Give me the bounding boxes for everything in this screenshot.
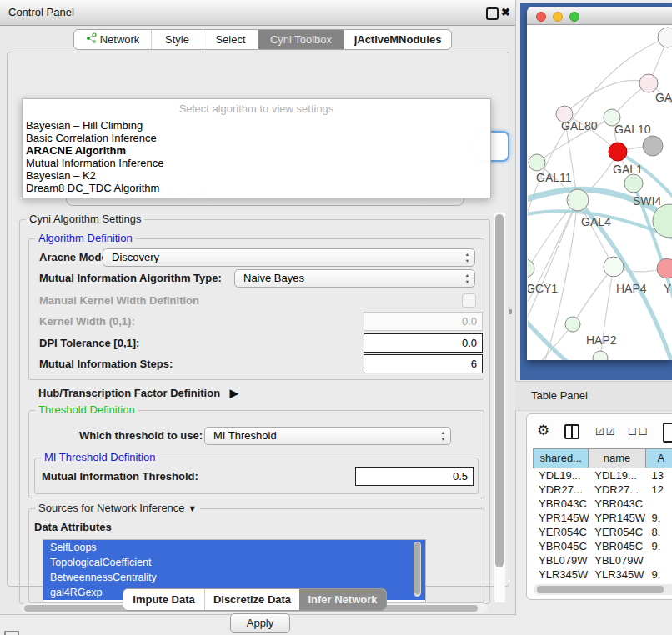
tab-select[interactable]: Select bbox=[203, 30, 258, 49]
tab-label: Style bbox=[165, 30, 189, 49]
table-row[interactable]: YLR345WYLR345W9. bbox=[533, 568, 672, 582]
apply-button[interactable]: Apply bbox=[230, 613, 290, 633]
network-edge[interactable] bbox=[564, 80, 649, 114]
app-root: Control Panel ✖ NetworkStyleSelectCyni T… bbox=[0, 0, 672, 635]
algorithm-option[interactable]: Mutual Information Inference bbox=[25, 157, 488, 169]
network-node[interactable] bbox=[658, 28, 672, 48]
manual-kernel-label: Manual Kernel Width Definition bbox=[39, 294, 199, 307]
attribute-item[interactable]: BetweennessCentrality bbox=[43, 570, 425, 585]
mi-threshold-value: 0.5 bbox=[453, 470, 468, 482]
sources-title-text: Sources for Network Inference bbox=[38, 502, 185, 514]
vertical-scrollbar[interactable] bbox=[494, 212, 505, 602]
expand-right-icon[interactable]: ▶ bbox=[230, 387, 238, 399]
algorithm-option[interactable]: Bayesian – K2 bbox=[25, 169, 488, 182]
mi-threshold-field[interactable]: 0.5 bbox=[355, 467, 474, 486]
table-horizontal-scrollbar[interactable] bbox=[534, 584, 672, 595]
attribute-item[interactable]: TopologicalCoefficient bbox=[43, 555, 425, 570]
table-row[interactable]: YDL19...YDL19...13 bbox=[533, 468, 672, 482]
mi-algorithm-type-combo[interactable]: Naive Bayes ▴▾ bbox=[234, 269, 475, 288]
network-graph: GALGAL80GAL10GAL1GAL11SWI4GAL4GCY1HAP4YH… bbox=[528, 25, 672, 360]
top-tabs: NetworkStyleSelectCyni ToolboxjActiveMNo… bbox=[73, 29, 452, 50]
close-traffic-light-icon[interactable] bbox=[536, 12, 546, 22]
network-edge[interactable] bbox=[573, 267, 614, 324]
network-node[interactable] bbox=[609, 142, 627, 161]
network-node[interactable] bbox=[604, 257, 624, 277]
network-node-label: GAL10 bbox=[614, 122, 651, 136]
table-row[interactable]: YER054CYER054C8. bbox=[533, 525, 672, 539]
table-cell bbox=[645, 553, 672, 568]
column-header[interactable]: name bbox=[589, 448, 645, 468]
table-row[interactable]: YPR145WYPR145W9. bbox=[533, 511, 672, 525]
hub-section-label[interactable]: Hub/Transcription Factor Definition ▶ bbox=[38, 387, 238, 399]
algorithm-option[interactable]: ARACNE Algorithm bbox=[25, 144, 488, 157]
minimize-traffic-light-icon[interactable] bbox=[553, 12, 563, 22]
cyni-algorithm-settings-title: Cyni Algorithm Settings bbox=[26, 212, 144, 225]
tab-style[interactable]: Style bbox=[151, 30, 203, 49]
gear-icon[interactable]: ⚙ bbox=[537, 422, 549, 439]
deselect-all-checkbox-icon[interactable]: ☐☐ bbox=[628, 426, 649, 438]
split-columns-icon[interactable] bbox=[564, 424, 579, 439]
manual-kernel-checkbox[interactable] bbox=[462, 293, 476, 308]
tab-cyni-toolbox[interactable]: Cyni Toolbox bbox=[258, 30, 344, 49]
apply-button-label: Apply bbox=[247, 617, 274, 629]
which-threshold-value: MI Threshold bbox=[213, 428, 277, 444]
panel-splitter-handle[interactable] bbox=[509, 309, 512, 314]
network-node[interactable] bbox=[565, 317, 580, 332]
which-threshold-combo[interactable]: MI Threshold ▴▾ bbox=[204, 427, 451, 445]
network-node-label: GAL1 bbox=[613, 162, 643, 176]
network-edge[interactable] bbox=[528, 200, 578, 325]
network-node[interactable] bbox=[643, 136, 663, 156]
collapse-down-icon[interactable]: ▼ bbox=[188, 503, 197, 513]
table-cell: 12 bbox=[645, 482, 672, 497]
kernel-width-field[interactable]: 0.0 bbox=[364, 312, 483, 331]
column-header[interactable]: shared... bbox=[533, 448, 589, 468]
algorithm-option[interactable]: Basic Correlation Inference bbox=[25, 132, 488, 144]
bottom-tabs: Impute DataDiscretize DataInfer Network bbox=[123, 588, 387, 611]
aracne-mode-combo[interactable]: Discovery ▴▾ bbox=[103, 248, 475, 267]
network-node[interactable] bbox=[528, 259, 534, 278]
table-cell: YDL19... bbox=[533, 468, 589, 482]
network-node[interactable] bbox=[593, 351, 608, 360]
attribute-item[interactable]: SelfLoops bbox=[43, 540, 425, 555]
table-row[interactable]: YBR043CYBR043C bbox=[533, 497, 672, 511]
window-float-icon[interactable] bbox=[486, 8, 499, 20]
control-panel-titlebar: Control Panel ✖ bbox=[0, 0, 515, 26]
select-all-checkbox-icon[interactable]: ☑☑ bbox=[595, 426, 617, 438]
zoom-traffic-light-icon[interactable] bbox=[569, 12, 579, 22]
network-node-label: GCY1 bbox=[528, 282, 558, 295]
network-node[interactable] bbox=[529, 154, 545, 171]
table-row[interactable]: YBL079WYBL079W bbox=[533, 553, 672, 568]
cyni-toolbox-panel: gal4filtered.sif default node Select alg… bbox=[7, 52, 509, 587]
network-node-label: GAL80 bbox=[561, 119, 598, 132]
network-edge[interactable] bbox=[578, 200, 614, 267]
aracne-mode-label: Aracne Mode: bbox=[39, 251, 111, 263]
attributes-scrollbar[interactable] bbox=[414, 542, 421, 597]
page-icon[interactable] bbox=[663, 422, 672, 442]
tab-network[interactable]: Network bbox=[74, 30, 151, 49]
network-node[interactable] bbox=[639, 74, 658, 92]
dpi-tolerance-field[interactable]: 0.0 bbox=[364, 333, 483, 352]
network-node[interactable] bbox=[624, 174, 643, 192]
dpi-tolerance-value: 0.0 bbox=[462, 337, 477, 349]
table-row[interactable]: YDR27...YDR27...12 bbox=[533, 482, 672, 497]
tab-discretize-data[interactable]: Discretize Data bbox=[204, 589, 299, 610]
tab-infer-network[interactable]: Infer Network bbox=[299, 589, 386, 610]
network-node[interactable] bbox=[567, 189, 589, 211]
network-node-label: HAP2 bbox=[586, 333, 617, 347]
bottom-left-grip[interactable] bbox=[4, 631, 19, 635]
algorithm-definition-group: Algorithm Definition Aracne Mode: Discov… bbox=[28, 238, 484, 380]
data-attributes-label: Data Attributes bbox=[34, 521, 112, 533]
algorithm-option[interactable]: Bayesian – Hill Climbing bbox=[25, 119, 488, 132]
network-node[interactable] bbox=[657, 258, 672, 278]
tab-impute-data[interactable]: Impute Data bbox=[123, 589, 204, 610]
column-header[interactable]: A bbox=[646, 448, 672, 468]
algorithm-option[interactable]: Dream8 DC_TDC Algorithm bbox=[25, 182, 488, 194]
window-close-icon[interactable]: ✖ bbox=[501, 6, 510, 18]
table-cell: YLR345W bbox=[589, 568, 645, 582]
table-row[interactable]: YBR045CYBR045C9. bbox=[533, 539, 672, 553]
table-cell: 8. bbox=[645, 525, 672, 539]
mi-steps-field[interactable]: 6 bbox=[364, 354, 483, 373]
tab-jactivemnodules[interactable]: jActiveMNodules bbox=[344, 30, 451, 49]
network-canvas[interactable]: GALGAL80GAL10GAL1GAL11SWI4GAL4GCY1HAP4YH… bbox=[528, 25, 672, 360]
network-edge-thick[interactable] bbox=[618, 152, 672, 200]
